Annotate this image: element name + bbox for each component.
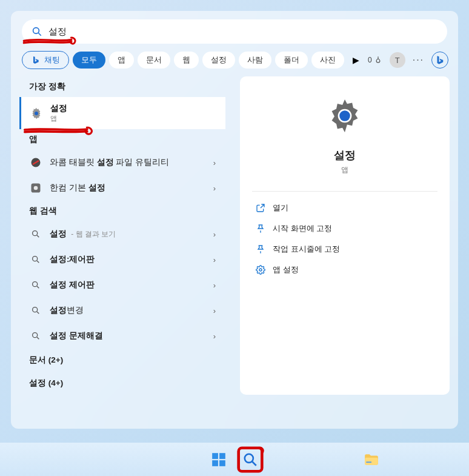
avatar[interactable]: T [390,52,405,68]
result-best-match[interactable]: 설정 앱 [19,97,225,129]
svg-line-14 [37,312,39,313]
svg-line-8 [37,235,39,237]
web-result-label: 설정 제어판 [50,280,95,290]
search-icon [29,227,42,241]
svg-point-11 [33,282,38,287]
svg-line-1 [38,33,41,36]
action-app-settings[interactable]: 앱 설정 [252,260,437,280]
action-open[interactable]: 열기 [252,198,437,218]
web-result-label: 설정 - 웹 결과 보기 [50,229,116,240]
tab-folders[interactable]: 폴더 [275,52,308,69]
pin-icon [256,224,265,233]
wacom-icon [29,156,42,169]
gear-icon [326,97,364,137]
taskbar [0,443,469,476]
tab-apps[interactable]: 앱 [109,52,134,69]
svg-line-12 [37,286,39,288]
tab-all[interactable]: 모두 [73,52,105,69]
search-icon [29,253,42,266]
svg-point-19 [259,269,262,271]
taskbar-start-button[interactable] [210,451,228,469]
search-panel: 설정 채팅 모두 앱 문서 웹 설정 사람 폴더 사진 ▶ 0 T ··· [11,11,458,429]
web-result-label: 설정:제어판 [50,254,95,265]
windows-icon [211,452,227,468]
rewards-points[interactable]: 0 [368,56,382,64]
svg-point-0 [33,28,39,34]
svg-point-15 [33,333,38,338]
tab-settings[interactable]: 설정 [202,52,235,69]
gear-icon [256,265,265,275]
search-icon [29,278,42,292]
best-title: 설정 [50,103,67,114]
search-input[interactable]: 설정 [22,19,447,44]
search-icon [29,329,42,343]
section-web-search: 웹 검색 [19,201,225,221]
svg-line-25 [252,461,256,466]
app-result-item[interactable]: 한컴 기본 설정 › [19,175,225,201]
app-result-item[interactable]: 와콤 태블릿 설정 파일 유틸리티 › [19,150,225,175]
app-result-label: 한컴 기본 설정 [50,183,105,193]
svg-point-6 [34,186,38,190]
separator [252,191,437,192]
svg-point-9 [33,256,38,261]
svg-point-24 [245,454,253,462]
tab-chat[interactable]: 채팅 [22,51,69,69]
taskbar-file-explorer[interactable] [362,451,381,469]
filter-tabs: 채팅 모두 앱 문서 웹 설정 사람 폴더 사진 ▶ 0 T ··· [16,44,453,76]
tab-documents[interactable]: 문서 [138,52,170,69]
svg-line-16 [37,337,39,339]
app-result-label: 와콤 태블릿 설정 파일 유틸리티 [50,157,169,168]
svg-rect-21 [219,453,225,459]
tab-photos[interactable]: 사진 [311,52,344,69]
section-best-match: 가장 정확 [19,76,225,97]
chevron-right-icon: › [213,281,216,290]
search-icon [32,26,42,37]
rewards-icon [374,56,382,64]
web-result-item[interactable]: 설정:제어판 › [19,247,225,272]
action-pin-taskbar[interactable]: 작업 표시줄에 고정 [252,239,437,260]
detail-panel: 설정 앱 열기 시작 화면에 고정 작업 표시줄에 고정 앱 설정 [240,76,450,395]
bing-open-button[interactable] [431,52,448,69]
web-result-item[interactable]: 설정 - 웹 결과 보기 › [19,221,225,247]
svg-point-7 [33,231,38,236]
web-result-item[interactable]: 설정 문제해결 › [19,323,225,349]
search-icon [242,452,258,468]
more-menu[interactable]: ··· [413,55,424,65]
chevron-right-icon: › [213,332,216,341]
tab-people[interactable]: 사람 [239,52,271,69]
web-result-item[interactable]: 설정변경 › [19,298,225,323]
svg-rect-20 [212,453,218,459]
detail-subtitle: 앱 [341,165,348,175]
svg-line-10 [37,261,39,263]
taskbar-search-button[interactable] [241,451,259,469]
search-query: 설정 [48,26,67,38]
svg-point-3 [35,112,38,115]
web-result-label: 설정변경 [50,305,84,316]
chevron-right-icon: › [213,158,216,167]
chevron-right-icon: › [213,306,216,315]
section-apps: 앱 [19,129,225,150]
svg-rect-28 [366,461,371,463]
bing-chat-icon [31,55,41,65]
settings-more[interactable]: 설정 (4+) [19,372,225,395]
action-pin-start[interactable]: 시작 화면에 고정 [252,218,437,239]
svg-rect-22 [212,460,218,466]
documents-more[interactable]: 문서 (2+) [19,349,225,372]
open-icon [256,203,265,213]
web-result-item[interactable]: 설정 제어판 › [19,272,225,298]
web-result-label: 설정 문제해결 [50,330,103,341]
bing-icon [434,55,445,65]
folder-icon [364,453,379,466]
tabs-overflow-play[interactable]: ▶ [348,53,364,67]
chevron-right-icon: › [213,184,216,193]
best-subtitle: 앱 [50,114,67,123]
tab-web[interactable]: 웹 [174,52,199,69]
svg-point-18 [339,110,350,121]
chevron-right-icon: › [213,255,216,264]
pin-icon [256,244,265,254]
svg-rect-23 [219,460,225,466]
gear-icon [30,107,43,120]
svg-rect-27 [365,457,378,464]
search-icon [29,304,42,317]
results-list: 가장 정확 설정 앱 앱 와콤 [19,76,225,395]
